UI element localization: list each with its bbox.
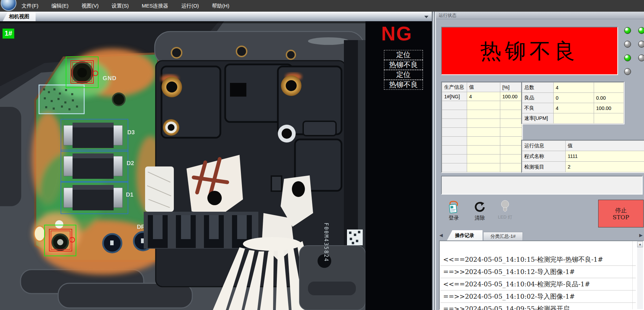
menu-item-5[interactable]: MES连接器	[135, 0, 175, 12]
camera-number-badge: 1#	[2, 28, 14, 39]
table-cell	[442, 110, 467, 119]
menu-item-7[interactable]: 帮助(H)	[205, 0, 236, 12]
led-light-button[interactable]: LED 灯	[495, 200, 515, 220]
menu-item-2[interactable]: 编辑(E)	[45, 0, 75, 12]
table-cell	[442, 163, 467, 172]
table-cell: 速率[UPM]	[522, 113, 554, 124]
menu-item-1[interactable]: 文件(F)	[15, 0, 45, 12]
table-cell	[500, 137, 522, 146]
defect-label-list: 定位热铆不良定位热铆不良	[384, 50, 423, 90]
table-cell	[442, 101, 467, 110]
tab-scroll-right-icon[interactable]: ▶	[639, 233, 643, 238]
table-cell	[500, 128, 522, 137]
login-button[interactable]: 登录	[444, 200, 463, 221]
status-led-gray	[638, 54, 644, 61]
login-button-label: 登录	[449, 215, 459, 221]
tab-operation-log[interactable]: 操作记录	[447, 230, 482, 240]
table-cell	[500, 154, 522, 163]
menu-item-4[interactable]: 设置(S)	[105, 0, 135, 12]
log-entry: <<==2024-05-05_14:10:04-检测完毕-良品-1#	[440, 278, 636, 290]
pcb-label-gnd: GND	[103, 75, 117, 82]
led-indicator-column-2	[638, 27, 644, 61]
table-cell: 总数	[522, 83, 554, 93]
status-led-gray	[624, 41, 631, 48]
stop-button-label-cn: 停止	[615, 207, 627, 214]
table-cell	[467, 163, 500, 172]
table-cell	[500, 119, 522, 128]
log-scrollbar[interactable]: ▲	[637, 241, 643, 309]
pcb-label-d1: D1	[126, 191, 133, 198]
table-cell	[467, 110, 500, 119]
alarm-banner: 热铆不良	[441, 27, 618, 75]
table-cell	[442, 146, 467, 154]
run-info-table: 运行信息值程式名称1111检测项目2	[521, 140, 644, 173]
table-header-cell: 运行信息	[522, 141, 566, 151]
log-line-list: <<==2024-05-05_14:10:15-检测完毕-热铆不良-1#==>>…	[440, 253, 636, 310]
menu-items: 文件(F)编辑(E)视图(V)设置(S)MES连接器运行(O)帮助(H)	[15, 0, 236, 12]
table-cell	[500, 110, 522, 119]
table-cell: 4	[554, 103, 594, 113]
tab-camera-view[interactable]: 相机视图	[3, 12, 36, 21]
light-bulb-icon	[500, 200, 510, 213]
menu-item-6[interactable]: 运行(O)	[175, 0, 206, 12]
tab-scroll-left-icon[interactable]: ◀	[439, 233, 443, 238]
pcb-label-d2: D2	[127, 160, 134, 166]
log-entry: <<==2024-05-05_14:10:15-检测完毕-热铆不良-1#	[440, 253, 636, 266]
clear-button-label: 清除	[475, 215, 485, 221]
table-cell	[442, 137, 467, 146]
operation-log-panel: <<==2024-05-05_14:10:15-检测完毕-热铆不良-1#==>>…	[439, 240, 644, 310]
table-cell	[467, 146, 500, 154]
status-led-green	[638, 27, 644, 34]
production-info-table: 生产信息值[%]1#[NG]4100.00	[441, 82, 523, 173]
table-cell	[500, 101, 522, 110]
status-led-green	[624, 27, 631, 34]
status-led-gray	[638, 41, 644, 48]
table-header-cell: 生产信息	[442, 83, 467, 92]
table-cell	[467, 128, 500, 137]
table-cell	[554, 113, 594, 124]
table-cell: 不良	[522, 103, 554, 113]
table-cell: 良品	[522, 93, 554, 103]
table-cell: 程式名称	[522, 151, 566, 162]
barcode-text: F00M435824	[323, 223, 329, 262]
panel-splitter[interactable]	[432, 12, 436, 310]
inspection-result-text: NG	[381, 22, 412, 45]
table-header-cell: 值	[566, 141, 644, 151]
table-header-cell: 值	[467, 83, 500, 92]
table-cell: 1111	[566, 151, 644, 162]
defect-label: 热铆不良	[384, 80, 423, 90]
table-cell: 0	[554, 93, 594, 103]
status-panel-title: 运行状态	[436, 12, 644, 19]
table-cell: 100.00	[500, 92, 522, 101]
camera-tab-strip	[0, 12, 432, 22]
scroll-up-icon[interactable]: ▲	[637, 241, 643, 247]
stop-button-label-en: STOP	[613, 214, 629, 221]
status-led-green	[624, 54, 631, 61]
table-cell	[467, 137, 500, 146]
status-message-box	[441, 176, 643, 195]
pcb-label-d3: D3	[127, 129, 135, 136]
summary-table: 总数4良品00.00不良4100.00速率[UPM]	[521, 82, 624, 124]
clear-arrow-icon	[474, 201, 486, 213]
status-led-gray	[624, 68, 631, 75]
chevron-down-icon[interactable]	[424, 16, 428, 18]
table-cell	[467, 119, 500, 128]
log-entry: ==>>2024-05-05_14:10:12-导入图像-1#	[440, 266, 636, 278]
table-cell: 100.00	[594, 103, 624, 113]
table-cell	[467, 154, 500, 163]
table-cell: 检测项目	[522, 162, 566, 172]
stop-button[interactable]: 停止 STOP	[598, 200, 644, 227]
menu-item-3[interactable]: 视图(V)	[75, 0, 105, 12]
application-window: 文件(F)编辑(E)视图(V)设置(S)MES连接器运行(O)帮助(H) 相机视…	[0, 0, 644, 310]
log-entry: ==>>2024-05-05_14:09:55-检测器开启	[440, 303, 636, 310]
led-indicator-column-1	[624, 27, 631, 75]
defect-label: 热铆不良	[384, 60, 423, 70]
table-cell	[594, 113, 624, 124]
led-light-button-label: LED 灯	[498, 214, 512, 220]
tab-class-summary[interactable]: 分类汇总-1#	[483, 232, 523, 240]
table-cell: 2	[566, 162, 644, 172]
table-cell: 4	[554, 83, 594, 93]
menu-bar: 文件(F)编辑(E)视图(V)设置(S)MES连接器运行(O)帮助(H)	[0, 0, 644, 12]
clear-button[interactable]: 清除	[470, 201, 489, 221]
table-cell	[500, 146, 522, 154]
